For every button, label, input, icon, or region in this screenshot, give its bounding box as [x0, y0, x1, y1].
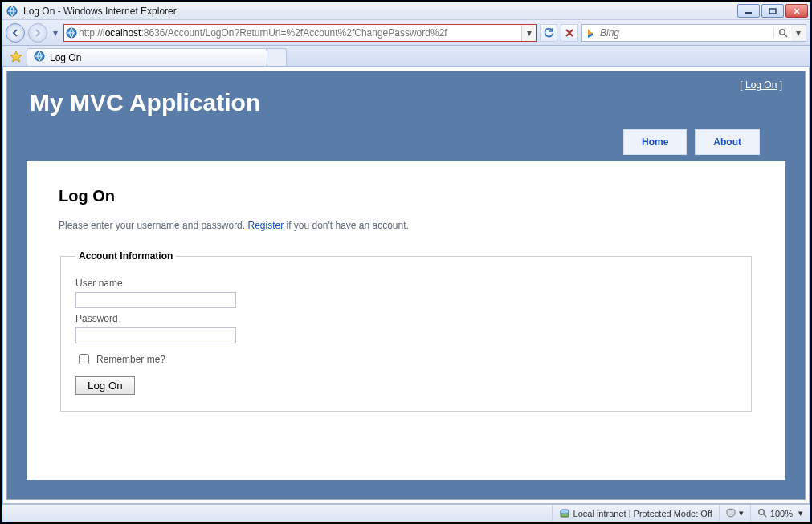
url-rest: :8636/Account/LogOn?ReturnUrl=%2fAccount… [141, 27, 447, 39]
url-prefix: http:// [79, 27, 103, 39]
page-body: Log On Please enter your username and pa… [27, 161, 785, 480]
remember-checkbox[interactable] [79, 354, 89, 364]
back-button[interactable] [6, 23, 25, 43]
instructions-pre: Please enter your username and password. [59, 220, 247, 231]
page-icon [64, 27, 79, 39]
bing-icon [582, 27, 598, 39]
svg-rect-1 [745, 12, 752, 14]
favorites-button[interactable] [6, 48, 27, 66]
zone-icon [559, 507, 570, 520]
app-title: My MVC Application [30, 89, 782, 116]
zoom-control[interactable]: 100% ▾ [750, 505, 810, 522]
logon-link[interactable]: Log On [745, 79, 777, 91]
svg-point-8 [759, 509, 764, 514]
address-bar: http://localhost:8636/Account/LogOn?Retu… [63, 24, 537, 42]
nav-history-dropdown[interactable]: ▾ [51, 24, 60, 42]
page-header: [ Log On ] My MVC Application Home About [7, 71, 805, 161]
bracket-left: [ [740, 79, 745, 91]
search-go-button[interactable] [773, 28, 791, 38]
search-input[interactable] [598, 26, 773, 39]
remember-row: Remember me? [75, 351, 737, 367]
address-toolbar: ▾ http://localhost:8636/Account/LogOn?Re… [2, 20, 810, 46]
maximize-button[interactable] [761, 4, 784, 18]
url-input[interactable]: http://localhost:8636/Account/LogOn?Retu… [79, 25, 521, 41]
viewport: [ Log On ] My MVC Application Home About… [2, 67, 810, 504]
window-title: Log On - Windows Internet Explorer [23, 6, 177, 17]
tab-title: Log On [50, 52, 81, 63]
username-input[interactable] [75, 292, 236, 308]
nav-tab-home[interactable]: Home [623, 129, 687, 155]
instructions-post: if you don't have an account. [284, 220, 409, 231]
address-dropdown[interactable]: ▾ [521, 25, 536, 41]
stop-button[interactable] [561, 24, 578, 42]
zoom-value: 100% [770, 509, 793, 518]
zone-text: Local intranet | Protected Mode: Off [573, 509, 712, 518]
account-fieldset: Account Information User name Password R… [60, 250, 752, 412]
svg-rect-7 [561, 510, 569, 514]
security-zone[interactable]: Local intranet | Protected Mode: Off [552, 505, 719, 522]
status-bar: Local intranet | Protected Mode: Off ▾ 1… [2, 504, 810, 522]
active-tab[interactable]: Log On [27, 48, 267, 66]
shield-icon [726, 508, 736, 519]
register-link[interactable]: Register [247, 220, 284, 231]
url-host: localhost [103, 27, 141, 39]
main-nav: Home About [30, 129, 782, 158]
tab-page-icon [34, 51, 45, 64]
close-button[interactable] [785, 4, 808, 18]
forward-button[interactable] [28, 23, 47, 43]
password-label: Password [75, 313, 737, 324]
password-input[interactable] [75, 327, 236, 343]
ie-icon [6, 5, 18, 18]
login-status: [ Log On ] [740, 79, 782, 91]
bracket-right: ] [777, 79, 782, 91]
search-box: ▾ [581, 24, 806, 42]
nav-tab-about[interactable]: About [695, 129, 760, 155]
window-controls [737, 4, 810, 18]
logon-submit-button[interactable]: Log On [75, 376, 135, 395]
search-dropdown[interactable]: ▾ [791, 25, 806, 41]
ie-window: Log On - Windows Internet Explorer ▾ [2, 2, 810, 522]
svg-rect-2 [769, 9, 776, 14]
page-frame: [ Log On ] My MVC Application Home About… [6, 71, 806, 500]
tab-strip: Log On [2, 46, 810, 67]
zoom-icon [757, 508, 767, 519]
svg-point-4 [779, 29, 784, 34]
page-heading: Log On [59, 187, 753, 205]
fieldset-legend: Account Information [75, 250, 176, 262]
new-tab-button[interactable] [267, 48, 287, 66]
remember-label: Remember me? [96, 354, 165, 365]
refresh-button[interactable] [540, 24, 557, 42]
titlebar: Log On - Windows Internet Explorer [2, 2, 810, 20]
minimize-button[interactable] [737, 4, 760, 18]
username-label: User name [75, 278, 737, 289]
instructions: Please enter your username and password.… [59, 220, 753, 231]
security-settings-button[interactable]: ▾ [719, 505, 750, 522]
